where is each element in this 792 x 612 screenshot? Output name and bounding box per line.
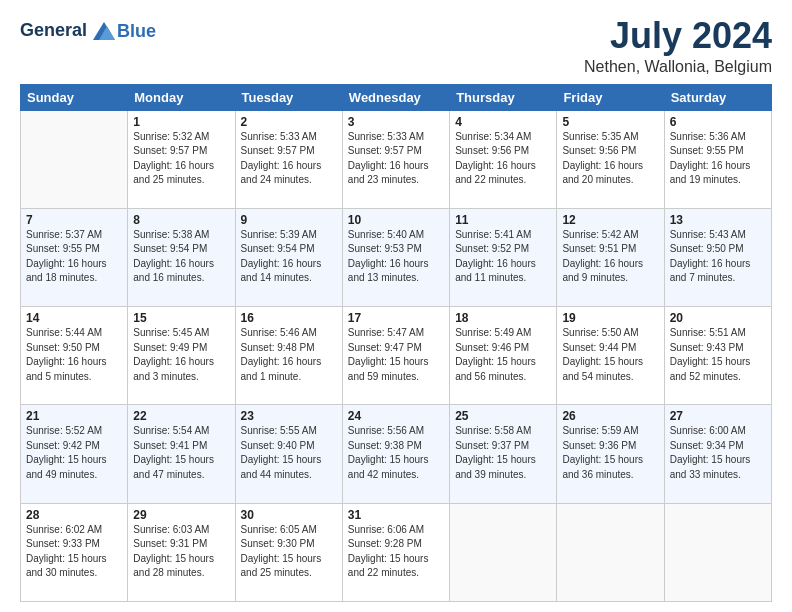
day-info: Sunrise: 5:58 AM Sunset: 9:37 PM Dayligh… bbox=[455, 424, 551, 482]
day-number: 15 bbox=[133, 311, 229, 325]
day-cell bbox=[557, 503, 664, 601]
week-row-1: 1Sunrise: 5:32 AM Sunset: 9:57 PM Daylig… bbox=[21, 110, 772, 208]
day-info: Sunrise: 5:40 AM Sunset: 9:53 PM Dayligh… bbox=[348, 228, 444, 286]
week-row-5: 28Sunrise: 6:02 AM Sunset: 9:33 PM Dayli… bbox=[21, 503, 772, 601]
day-number: 12 bbox=[562, 213, 658, 227]
day-cell: 27Sunrise: 6:00 AM Sunset: 9:34 PM Dayli… bbox=[664, 405, 771, 503]
day-cell: 20Sunrise: 5:51 AM Sunset: 9:43 PM Dayli… bbox=[664, 307, 771, 405]
day-number: 19 bbox=[562, 311, 658, 325]
week-row-2: 7Sunrise: 5:37 AM Sunset: 9:55 PM Daylig… bbox=[21, 208, 772, 306]
day-number: 9 bbox=[241, 213, 337, 227]
day-info: Sunrise: 6:06 AM Sunset: 9:28 PM Dayligh… bbox=[348, 523, 444, 581]
day-cell: 25Sunrise: 5:58 AM Sunset: 9:37 PM Dayli… bbox=[450, 405, 557, 503]
day-info: Sunrise: 5:42 AM Sunset: 9:51 PM Dayligh… bbox=[562, 228, 658, 286]
day-info: Sunrise: 6:03 AM Sunset: 9:31 PM Dayligh… bbox=[133, 523, 229, 581]
day-cell bbox=[450, 503, 557, 601]
day-info: Sunrise: 5:46 AM Sunset: 9:48 PM Dayligh… bbox=[241, 326, 337, 384]
day-info: Sunrise: 5:59 AM Sunset: 9:36 PM Dayligh… bbox=[562, 424, 658, 482]
page: General Blue July 2024 Nethen, Wallonia,… bbox=[0, 0, 792, 612]
day-info: Sunrise: 5:33 AM Sunset: 9:57 PM Dayligh… bbox=[348, 130, 444, 188]
day-number: 24 bbox=[348, 409, 444, 423]
day-number: 26 bbox=[562, 409, 658, 423]
day-number: 20 bbox=[670, 311, 766, 325]
day-info: Sunrise: 5:55 AM Sunset: 9:40 PM Dayligh… bbox=[241, 424, 337, 482]
day-cell: 30Sunrise: 6:05 AM Sunset: 9:30 PM Dayli… bbox=[235, 503, 342, 601]
day-cell: 1Sunrise: 5:32 AM Sunset: 9:57 PM Daylig… bbox=[128, 110, 235, 208]
day-number: 7 bbox=[26, 213, 122, 227]
day-number: 10 bbox=[348, 213, 444, 227]
day-info: Sunrise: 6:05 AM Sunset: 9:30 PM Dayligh… bbox=[241, 523, 337, 581]
day-cell: 18Sunrise: 5:49 AM Sunset: 9:46 PM Dayli… bbox=[450, 307, 557, 405]
day-cell: 19Sunrise: 5:50 AM Sunset: 9:44 PM Dayli… bbox=[557, 307, 664, 405]
day-cell: 22Sunrise: 5:54 AM Sunset: 9:41 PM Dayli… bbox=[128, 405, 235, 503]
day-cell: 15Sunrise: 5:45 AM Sunset: 9:49 PM Dayli… bbox=[128, 307, 235, 405]
day-number: 14 bbox=[26, 311, 122, 325]
day-number: 27 bbox=[670, 409, 766, 423]
day-cell: 4Sunrise: 5:34 AM Sunset: 9:56 PM Daylig… bbox=[450, 110, 557, 208]
col-tuesday: Tuesday bbox=[235, 84, 342, 110]
day-cell: 28Sunrise: 6:02 AM Sunset: 9:33 PM Dayli… bbox=[21, 503, 128, 601]
day-info: Sunrise: 5:49 AM Sunset: 9:46 PM Dayligh… bbox=[455, 326, 551, 384]
day-number: 21 bbox=[26, 409, 122, 423]
col-wednesday: Wednesday bbox=[342, 84, 449, 110]
day-cell: 9Sunrise: 5:39 AM Sunset: 9:54 PM Daylig… bbox=[235, 208, 342, 306]
day-cell: 6Sunrise: 5:36 AM Sunset: 9:55 PM Daylig… bbox=[664, 110, 771, 208]
day-cell: 3Sunrise: 5:33 AM Sunset: 9:57 PM Daylig… bbox=[342, 110, 449, 208]
day-number: 2 bbox=[241, 115, 337, 129]
day-number: 5 bbox=[562, 115, 658, 129]
day-info: Sunrise: 5:56 AM Sunset: 9:38 PM Dayligh… bbox=[348, 424, 444, 482]
subtitle: Nethen, Wallonia, Belgium bbox=[584, 58, 772, 76]
day-number: 13 bbox=[670, 213, 766, 227]
header: General Blue July 2024 Nethen, Wallonia,… bbox=[20, 16, 772, 76]
day-cell: 8Sunrise: 5:38 AM Sunset: 9:54 PM Daylig… bbox=[128, 208, 235, 306]
day-number: 4 bbox=[455, 115, 551, 129]
day-cell: 12Sunrise: 5:42 AM Sunset: 9:51 PM Dayli… bbox=[557, 208, 664, 306]
day-info: Sunrise: 5:41 AM Sunset: 9:52 PM Dayligh… bbox=[455, 228, 551, 286]
day-cell bbox=[21, 110, 128, 208]
day-number: 16 bbox=[241, 311, 337, 325]
logo-line1: General bbox=[20, 20, 87, 40]
day-cell: 11Sunrise: 5:41 AM Sunset: 9:52 PM Dayli… bbox=[450, 208, 557, 306]
logo-icon bbox=[93, 22, 115, 40]
main-title: July 2024 bbox=[584, 16, 772, 56]
col-sunday: Sunday bbox=[21, 84, 128, 110]
week-row-4: 21Sunrise: 5:52 AM Sunset: 9:42 PM Dayli… bbox=[21, 405, 772, 503]
day-info: Sunrise: 5:37 AM Sunset: 9:55 PM Dayligh… bbox=[26, 228, 122, 286]
day-info: Sunrise: 5:44 AM Sunset: 9:50 PM Dayligh… bbox=[26, 326, 122, 384]
day-info: Sunrise: 5:51 AM Sunset: 9:43 PM Dayligh… bbox=[670, 326, 766, 384]
day-number: 17 bbox=[348, 311, 444, 325]
col-thursday: Thursday bbox=[450, 84, 557, 110]
week-row-3: 14Sunrise: 5:44 AM Sunset: 9:50 PM Dayli… bbox=[21, 307, 772, 405]
day-number: 23 bbox=[241, 409, 337, 423]
day-number: 8 bbox=[133, 213, 229, 227]
day-number: 25 bbox=[455, 409, 551, 423]
col-monday: Monday bbox=[128, 84, 235, 110]
day-cell: 21Sunrise: 5:52 AM Sunset: 9:42 PM Dayli… bbox=[21, 405, 128, 503]
header-row: Sunday Monday Tuesday Wednesday Thursday… bbox=[21, 84, 772, 110]
day-number: 28 bbox=[26, 508, 122, 522]
day-number: 22 bbox=[133, 409, 229, 423]
day-info: Sunrise: 5:43 AM Sunset: 9:50 PM Dayligh… bbox=[670, 228, 766, 286]
day-cell: 10Sunrise: 5:40 AM Sunset: 9:53 PM Dayli… bbox=[342, 208, 449, 306]
logo-line2: Blue bbox=[117, 21, 156, 41]
day-info: Sunrise: 5:32 AM Sunset: 9:57 PM Dayligh… bbox=[133, 130, 229, 188]
day-info: Sunrise: 6:02 AM Sunset: 9:33 PM Dayligh… bbox=[26, 523, 122, 581]
day-number: 30 bbox=[241, 508, 337, 522]
day-info: Sunrise: 5:34 AM Sunset: 9:56 PM Dayligh… bbox=[455, 130, 551, 188]
day-cell: 31Sunrise: 6:06 AM Sunset: 9:28 PM Dayli… bbox=[342, 503, 449, 601]
col-friday: Friday bbox=[557, 84, 664, 110]
day-cell bbox=[664, 503, 771, 601]
day-info: Sunrise: 5:52 AM Sunset: 9:42 PM Dayligh… bbox=[26, 424, 122, 482]
day-number: 31 bbox=[348, 508, 444, 522]
day-cell: 5Sunrise: 5:35 AM Sunset: 9:56 PM Daylig… bbox=[557, 110, 664, 208]
day-info: Sunrise: 5:33 AM Sunset: 9:57 PM Dayligh… bbox=[241, 130, 337, 188]
day-cell: 7Sunrise: 5:37 AM Sunset: 9:55 PM Daylig… bbox=[21, 208, 128, 306]
day-cell: 17Sunrise: 5:47 AM Sunset: 9:47 PM Dayli… bbox=[342, 307, 449, 405]
day-cell: 26Sunrise: 5:59 AM Sunset: 9:36 PM Dayli… bbox=[557, 405, 664, 503]
col-saturday: Saturday bbox=[664, 84, 771, 110]
day-info: Sunrise: 5:36 AM Sunset: 9:55 PM Dayligh… bbox=[670, 130, 766, 188]
day-info: Sunrise: 5:38 AM Sunset: 9:54 PM Dayligh… bbox=[133, 228, 229, 286]
day-number: 3 bbox=[348, 115, 444, 129]
day-number: 29 bbox=[133, 508, 229, 522]
day-cell: 2Sunrise: 5:33 AM Sunset: 9:57 PM Daylig… bbox=[235, 110, 342, 208]
